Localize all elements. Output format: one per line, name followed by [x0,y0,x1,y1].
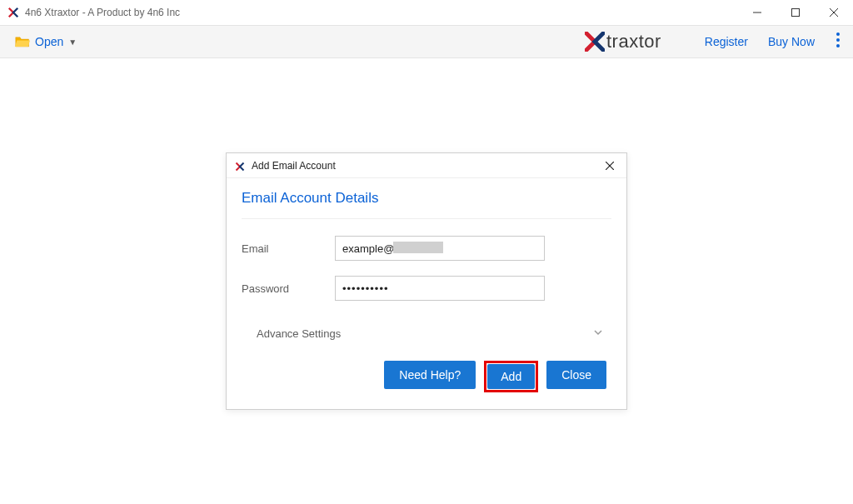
svg-point-4 [836,32,840,36]
open-menu-button[interactable]: Open ▼ [10,32,82,52]
password-label: Password [242,282,335,295]
svg-point-5 [836,38,840,42]
svg-point-6 [836,44,840,47]
dialog-heading: Email Account Details [242,190,611,219]
titlebar: 4n6 Xtraxtor - A Product by 4n6 Inc [0,0,853,25]
add-button[interactable]: Add [487,364,535,389]
caret-down-icon: ▼ [68,37,77,47]
minimize-button[interactable] [738,0,776,25]
email-label: Email [242,242,335,255]
advance-settings-toggle[interactable]: Advance Settings [242,316,611,347]
window-close-button[interactable] [815,0,853,25]
need-help-button[interactable]: Need Help? [384,361,476,389]
maximize-button[interactable] [776,0,815,25]
email-field-row: Email [242,236,611,261]
svg-rect-1 [792,9,800,17]
open-label: Open [35,35,63,48]
password-field-row: Password [242,276,611,301]
add-email-account-dialog: Add Email Account Email Account Details … [226,152,627,410]
window-title: 4n6 Xtraxtor - A Product by 4n6 Inc [25,7,738,18]
redacted-region [393,242,443,253]
brand-logo: traxtor [585,31,661,52]
dialog-titlebar: Add Email Account [227,153,626,178]
app-icon [7,6,20,19]
advance-settings-label: Advance Settings [257,327,593,340]
dialog-title: Add Email Account [252,160,601,172]
folder-icon [15,35,30,48]
dialog-close-icon[interactable] [601,157,618,174]
close-button[interactable]: Close [546,361,606,389]
chevron-down-icon [593,326,603,341]
buy-now-link[interactable]: Buy Now [768,35,815,48]
password-input[interactable] [335,276,545,301]
window-controls [738,0,853,25]
dialog-app-icon [235,160,247,172]
add-button-highlight: Add [484,361,538,392]
register-link[interactable]: Register [705,35,748,48]
more-menu-button[interactable] [833,29,843,54]
brand-text: traxtor [606,31,661,52]
dialog-button-row: Need Help? Add Close [242,347,611,394]
toolbar: Open ▼ traxtor Register Buy Now [0,25,853,58]
logo-x-icon [585,32,605,52]
